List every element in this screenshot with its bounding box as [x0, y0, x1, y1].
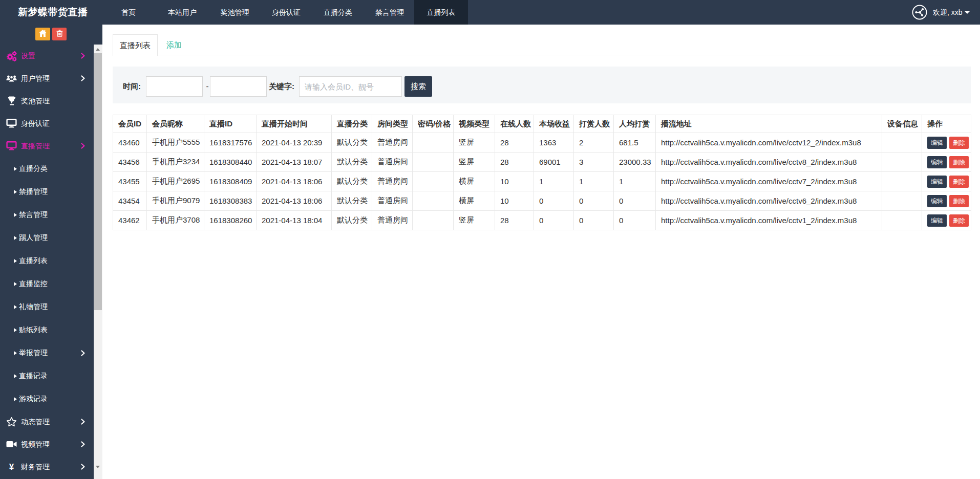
cell: 0	[534, 211, 574, 230]
trash-button[interactable]	[52, 28, 67, 40]
sidebar-item-5[interactable]: 直播管理	[0, 135, 94, 157]
edit-button[interactable]: 编辑	[927, 137, 947, 149]
sidebar-item-12[interactable]: 礼物管理	[0, 295, 94, 318]
sidebar-item-2[interactable]: 用户管理	[0, 67, 94, 90]
cell	[882, 211, 922, 230]
nav-item-7[interactable]: 直播列表	[414, 0, 468, 25]
nav-item-2[interactable]: 本站用户	[157, 0, 208, 25]
video-icon	[6, 439, 17, 450]
time-end-input[interactable]	[210, 76, 267, 97]
sidebar-item-15[interactable]: 直播记录	[0, 364, 94, 387]
cell	[882, 191, 922, 211]
sidebar-item-4[interactable]: 身份认证	[0, 112, 94, 135]
nav-item-1[interactable]: 首页	[103, 0, 154, 25]
main-content: 直播列表 添加 时间: - 关键字: 搜索 会员ID会员昵称直播ID直播开始时间…	[102, 25, 980, 479]
delete-button[interactable]: 删除	[949, 176, 969, 188]
sidebar-item-3[interactable]: 奖池管理	[0, 90, 94, 112]
delete-button[interactable]: 删除	[949, 195, 969, 207]
column-header: 直播开始时间	[257, 115, 332, 133]
cell: 1363	[534, 133, 574, 153]
delete-button[interactable]: 删除	[949, 137, 969, 149]
chevron-right-icon	[80, 419, 86, 425]
edit-button[interactable]: 编辑	[927, 214, 947, 227]
edit-button[interactable]: 编辑	[927, 156, 947, 168]
sidebar-item-label: 视频管理	[21, 433, 50, 455]
caret-down-icon	[965, 11, 970, 14]
sidebar-item-16[interactable]: 游戏记录	[0, 387, 94, 410]
sidebar-item-label: 举报管理	[19, 341, 48, 364]
tab-live-list[interactable]: 直播列表	[113, 34, 158, 56]
cell: 1	[534, 172, 574, 191]
cell: 0	[574, 191, 614, 211]
submenu-arrow-icon	[14, 259, 17, 263]
search-button[interactable]: 搜索	[404, 76, 432, 97]
edit-button[interactable]: 编辑	[927, 176, 947, 188]
cell: 1	[574, 172, 614, 191]
cell: 1	[614, 172, 656, 191]
scrollbar-thumb[interactable]	[94, 53, 102, 310]
column-header: 播流地址	[656, 115, 882, 133]
cell	[413, 211, 454, 230]
cell: 43454	[113, 191, 147, 211]
sidebar-item-14[interactable]: 举报管理	[0, 341, 94, 364]
submenu-arrow-icon	[14, 305, 17, 309]
home-button[interactable]	[35, 28, 50, 40]
sidebar-item-11[interactable]: 直播监控	[0, 272, 94, 295]
sidebar-item-8[interactable]: 禁言管理	[0, 203, 94, 226]
welcome-user-label[interactable]: 欢迎, xxb	[933, 0, 963, 25]
cell: 3	[574, 153, 614, 172]
sidebar-item-18[interactable]: 视频管理	[0, 433, 94, 455]
scroll-up-arrow-icon[interactable]	[96, 48, 100, 51]
sidebar-item-9[interactable]: 踢人管理	[0, 226, 94, 249]
sidebar-item-label: 财务管理	[21, 455, 50, 478]
submenu-arrow-icon	[14, 397, 17, 401]
tab-add[interactable]: 添加	[158, 34, 190, 55]
sidebar-item-17[interactable]: 动态管理	[0, 410, 94, 433]
cell: 竖屏	[454, 153, 495, 172]
column-header: 会员昵称	[147, 115, 204, 133]
cell: 43456	[113, 153, 147, 172]
sidebar-scrollbar[interactable]	[94, 45, 102, 479]
column-header: 视频类型	[454, 115, 495, 133]
column-header: 人均打赏	[614, 115, 656, 133]
nav-item-3[interactable]: 奖池管理	[209, 0, 261, 25]
sidebar-item-label: 禁言管理	[19, 203, 48, 226]
sidebar-item-1[interactable]: 设置	[0, 45, 94, 67]
cell: 1618308260	[204, 211, 257, 230]
keyword-input[interactable]	[299, 76, 402, 97]
chevron-right-icon	[80, 75, 86, 81]
table-row-5: 43462手机用户370816183082602021-04-13 18:04默…	[113, 211, 971, 230]
chevron-right-icon	[80, 53, 86, 59]
cell: 0	[614, 211, 656, 230]
cell: 默认分类	[332, 153, 372, 172]
cell: 手机用户5555	[147, 133, 204, 153]
submenu-arrow-icon	[14, 213, 17, 217]
time-start-input[interactable]	[146, 76, 203, 97]
sidebar-menu: 设置 用户管理 奖池管理 身份认证 直播管理 直播分类禁播管理禁言管理踢人管理直…	[0, 45, 94, 478]
cell: 681.5	[614, 133, 656, 153]
cell	[882, 133, 922, 153]
row-actions: 编辑删除	[922, 133, 971, 153]
cell: 2021-04-13 18:07	[257, 153, 332, 172]
sidebar-item-10[interactable]: 直播列表	[0, 249, 94, 272]
delete-button[interactable]: 删除	[949, 156, 969, 168]
table-row-4: 43454手机用户907916183083832021-04-13 18:06默…	[113, 191, 971, 211]
nav-item-4[interactable]: 身份认证	[261, 0, 312, 25]
delete-button[interactable]: 删除	[949, 214, 969, 227]
cell: 默认分类	[332, 133, 372, 153]
top-navbar: 新梦蝶带货直播 首页本站用户奖池管理身份认证直播分类禁言管理直播列表 欢迎, x…	[0, 0, 980, 25]
sidebar-item-19[interactable]: ¥财务管理	[0, 455, 94, 478]
sidebar-item-7[interactable]: 禁播管理	[0, 180, 94, 203]
sidebar-item-6[interactable]: 直播分类	[0, 157, 94, 180]
scroll-down-arrow-icon[interactable]	[96, 466, 100, 468]
sidebar-item-13[interactable]: 贴纸列表	[0, 318, 94, 341]
edit-button[interactable]: 编辑	[927, 195, 947, 207]
column-header: 直播分类	[332, 115, 372, 133]
cell: 0	[614, 191, 656, 211]
nav-item-5[interactable]: 直播分类	[312, 0, 364, 25]
sidebar-item-label: 用户管理	[21, 67, 50, 90]
table-row-1: 43460手机用户555516183175762021-04-13 20:39默…	[113, 133, 971, 153]
cell: 普通房间	[372, 133, 413, 153]
cell: 28	[495, 133, 534, 153]
nav-item-6[interactable]: 禁言管理	[364, 0, 415, 25]
